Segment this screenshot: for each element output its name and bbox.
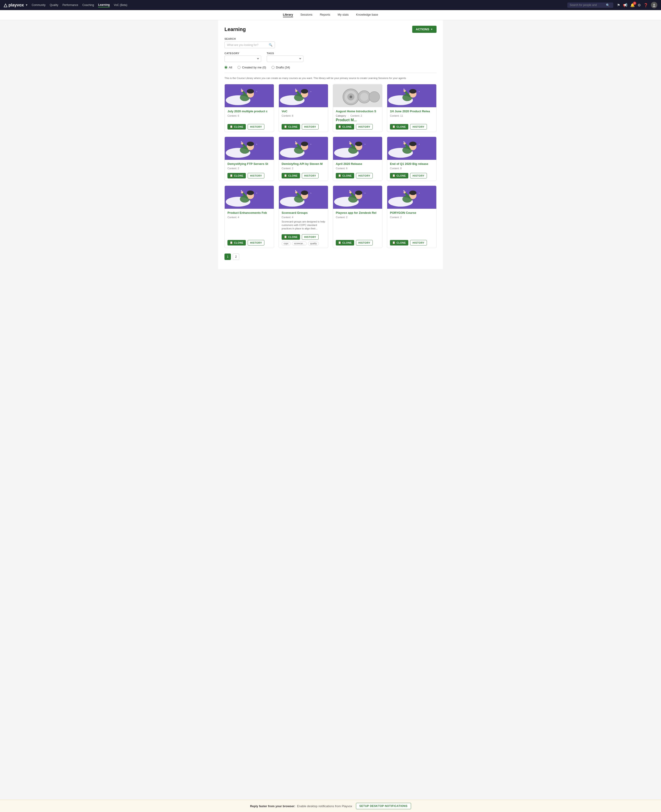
clone-button[interactable]: 📋 CLONE xyxy=(227,124,246,129)
svg-text:✦: ✦ xyxy=(256,143,257,145)
svg-point-41 xyxy=(247,142,254,146)
svg-text:✦: ✦ xyxy=(310,91,312,93)
history-button[interactable]: HISTORY xyxy=(356,124,373,129)
course-grid: ✦ ✦ July 2020 multiple product cContent:… xyxy=(225,84,436,248)
logo[interactable]: △ playvox ▼ xyxy=(4,2,28,8)
svg-point-0 xyxy=(653,4,655,5)
history-button[interactable]: HISTORY xyxy=(356,173,373,178)
svg-point-1 xyxy=(653,6,656,7)
svg-point-104 xyxy=(409,190,416,195)
bookmark-icon[interactable]: ⚑ xyxy=(617,3,620,7)
search-bar[interactable]: 🔍 xyxy=(567,3,613,8)
svg-text:✦: ✦ xyxy=(294,88,297,91)
actions-button[interactable]: ACTIONS ▼ xyxy=(412,26,436,33)
nav-link-performance[interactable]: Performance xyxy=(62,3,78,7)
search-section: SEARCH 🔍 xyxy=(225,37,436,48)
card-thumbnail: ✦ ✦ xyxy=(225,186,274,209)
card-meta: Content: 11 xyxy=(390,114,434,117)
clone-button[interactable]: 📋 CLONE xyxy=(390,124,408,129)
sub-nav-mystats[interactable]: My stats xyxy=(338,13,349,17)
history-button[interactable]: HISTORY xyxy=(410,240,427,246)
history-button[interactable]: HISTORY xyxy=(247,173,265,178)
clone-button[interactable]: 📋 CLONE xyxy=(336,124,354,129)
library-note: This is the Course Library where you can… xyxy=(225,77,436,80)
clone-icon: 📋 xyxy=(284,125,287,128)
card-thumbnail: ✦ ✦ xyxy=(225,84,274,107)
clone-button[interactable]: 📋 CLONE xyxy=(336,240,354,246)
card-meta: Content: 8 xyxy=(390,167,434,170)
history-button[interactable]: HISTORY xyxy=(302,173,319,178)
radio-created-by-me[interactable]: Created by me (0) xyxy=(238,66,266,69)
card-meta: Content: 2 xyxy=(390,216,434,219)
history-button[interactable]: HISTORY xyxy=(247,240,265,246)
global-search-input[interactable] xyxy=(570,3,604,6)
clone-icon: 📋 xyxy=(338,241,342,244)
course-card: ✦ ✦ 1H June 2020 Product ReleaContent: 1… xyxy=(387,84,436,132)
radio-drafts[interactable]: Drafts (34) xyxy=(271,66,290,69)
svg-text:✦: ✦ xyxy=(310,192,312,194)
svg-text:✦: ✦ xyxy=(418,143,420,145)
nav-link-coaching[interactable]: Coaching xyxy=(82,3,94,7)
nav-link-voc--beta-[interactable]: VoC (Beta) xyxy=(114,3,128,7)
clone-button[interactable]: 📋 CLONE xyxy=(336,173,354,178)
sub-nav-sessions[interactable]: Sessions xyxy=(300,13,313,17)
pagination: 1 2 xyxy=(225,254,436,260)
course-card: ✦ ✦ July 2020 multiple product cContent:… xyxy=(225,84,274,132)
help-icon[interactable]: ❓ xyxy=(643,3,648,7)
search-label: SEARCH xyxy=(225,37,436,40)
nav-link-learning[interactable]: Learning xyxy=(98,3,110,7)
settings-icon[interactable]: ⚙ xyxy=(638,3,641,7)
sub-nav-library[interactable]: Library xyxy=(283,13,293,17)
logo-text: playvox xyxy=(8,3,24,8)
card-body: Product Enhancements FebContent: 4📋 CLON… xyxy=(225,209,274,248)
radio-all[interactable]: All xyxy=(225,66,232,69)
page-1-button[interactable]: 1 xyxy=(225,254,231,260)
category-label: CATEGORY xyxy=(225,52,261,55)
tag: quality xyxy=(308,241,319,246)
sub-nav-reports[interactable]: Reports xyxy=(320,13,330,17)
nav-link-community[interactable]: Community xyxy=(32,3,46,7)
bell-icon[interactable]: 🔔 3 xyxy=(630,3,635,7)
card-body: 1H June 2020 Product ReleaContent: 11📋 C… xyxy=(387,107,436,132)
clone-icon: 📋 xyxy=(230,174,233,177)
history-button[interactable]: HISTORY xyxy=(410,173,427,178)
course-card: ✦ ✦ Playvox app for Zendesk RelContent: … xyxy=(333,185,382,248)
card-meta: Content: 2 xyxy=(227,167,271,170)
top-nav: △ playvox ▼ CommunityQualityPerformanceC… xyxy=(0,0,661,10)
setup-notifications-button[interactable]: SETUP DESKTOP NOTIFICATIONS xyxy=(356,803,411,809)
card-category-value[interactable]: Product M... xyxy=(336,118,379,122)
card-body: August Home Introduction S Category | Co… xyxy=(333,107,382,132)
clone-button[interactable]: 📋 CLONE xyxy=(227,240,246,246)
clone-button[interactable]: 📋 CLONE xyxy=(282,173,300,178)
clone-icon: 📋 xyxy=(338,125,342,128)
search-input-wrap[interactable]: 🔍 xyxy=(225,42,275,48)
category-select[interactable] xyxy=(225,56,261,62)
clone-button[interactable]: 📋 CLONE xyxy=(390,240,408,246)
history-button[interactable]: HISTORY xyxy=(302,124,319,129)
card-meta: Content: 2 xyxy=(282,167,325,170)
clone-icon: 📋 xyxy=(230,241,233,244)
svg-text:✦: ✦ xyxy=(364,143,366,145)
search-icon: 🔍 xyxy=(606,3,610,7)
megaphone-icon[interactable]: 📢 xyxy=(623,3,627,7)
card-meta: Content: 4 xyxy=(227,216,271,219)
history-button[interactable]: HISTORY xyxy=(302,234,319,240)
tags-select[interactable] xyxy=(267,56,303,62)
card-thumbnail: ✦ ✦ xyxy=(225,137,274,160)
history-button[interactable]: HISTORY xyxy=(247,124,265,129)
history-button[interactable]: HISTORY xyxy=(356,240,373,246)
clone-button[interactable]: 📋 CLONE xyxy=(390,173,408,178)
sub-nav-knowledgebase[interactable]: Knowledge base xyxy=(356,13,378,17)
clone-button[interactable]: 📋 CLONE xyxy=(282,124,300,129)
sub-nav: Library Sessions Reports My stats Knowle… xyxy=(0,10,661,20)
clone-button[interactable]: 📋 CLONE xyxy=(227,173,246,178)
course-search-input[interactable] xyxy=(227,43,267,46)
logo-v-icon: △ xyxy=(4,2,7,8)
clone-button[interactable]: 📋 CLONE xyxy=(282,234,300,240)
history-button[interactable]: HISTORY xyxy=(410,124,427,129)
svg-text:✦: ✦ xyxy=(256,91,257,93)
page-2-button[interactable]: 2 xyxy=(233,254,239,260)
nav-link-quality[interactable]: Quality xyxy=(50,3,58,7)
avatar[interactable] xyxy=(651,2,657,8)
banner-text: Reply faster from your browser: Enable d… xyxy=(250,804,352,808)
